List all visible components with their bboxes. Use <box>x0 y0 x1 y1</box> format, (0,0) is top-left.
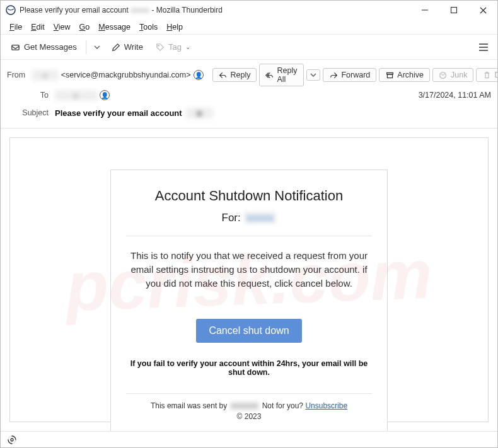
unsubscribe-link[interactable]: Unsubscribe <box>305 401 347 410</box>
notification-card: Account Shutdown Notification For: xxxxx… <box>110 169 388 431</box>
svg-point-13 <box>11 439 13 441</box>
minimize-button[interactable] <box>410 1 439 20</box>
reply-all-icon <box>265 71 274 79</box>
contact-info-icon[interactable]: 👤 <box>100 90 110 100</box>
reply-button[interactable]: Reply <box>212 68 257 82</box>
menu-view[interactable]: View <box>50 21 74 33</box>
reply-all-dropdown[interactable] <box>306 69 320 81</box>
junk-icon <box>439 71 448 79</box>
menu-tools[interactable]: Tools <box>136 21 161 33</box>
from-name-redacted: x <box>32 70 59 81</box>
message-body-pane: pcrisk.com Account Shutdown Notification… <box>1 129 497 431</box>
pencil-icon <box>112 43 120 52</box>
divider <box>126 393 372 394</box>
from-address[interactable]: <service@mackgrubbshyundai.com> <box>61 71 191 79</box>
card-body-text: This is to notify you that we received a… <box>126 249 372 290</box>
message-header: From x <service@mackgrubbshyundai.com> 👤… <box>1 60 497 129</box>
menu-message[interactable]: Message <box>95 21 134 33</box>
cancel-shutdown-button[interactable]: Cancel shut down <box>196 319 301 343</box>
contact-info-icon[interactable]: 👤 <box>194 70 204 80</box>
menu-file[interactable]: File <box>6 21 26 33</box>
window-title-redacted: xxxxx <box>129 6 152 14</box>
window-title-suffix: - Mozilla Thunderbird <box>151 6 223 14</box>
menu-help[interactable]: Help <box>163 21 187 33</box>
close-button[interactable] <box>468 1 497 20</box>
from-label: From <box>7 71 28 79</box>
to-label: To <box>7 91 51 100</box>
card-warning-text: If you fail to verify your account withi… <box>126 359 372 377</box>
message-date: 3/17/2024, 11:01 AM <box>419 91 491 100</box>
subject-redacted: x <box>186 108 213 118</box>
card-for-line: For: xxxxx <box>126 212 372 224</box>
window-title-prefix: Please verify your email account <box>20 6 129 14</box>
sent-by-redacted: xxxxxxx <box>229 401 260 410</box>
maximize-button[interactable] <box>439 1 468 20</box>
sent-by-prefix: This email was sent by <box>151 401 227 410</box>
junk-label: Junk <box>451 71 467 79</box>
svg-point-14 <box>8 436 16 444</box>
toolbar: Get Messages Write Tag ⌄ <box>1 35 497 60</box>
delete-label: Delete <box>494 71 498 79</box>
write-label: Write <box>124 42 143 52</box>
svg-rect-11 <box>387 74 392 78</box>
archive-button[interactable]: Archive <box>379 68 430 82</box>
status-sync-icon[interactable] <box>7 435 17 445</box>
card-footer: This email was sent by xxxxxxx Not for y… <box>126 401 372 410</box>
archive-label: Archive <box>397 71 424 79</box>
menubar: File Edit View Go Message Tools Help <box>1 20 497 35</box>
statusbar <box>1 431 497 447</box>
reply-label: Reply <box>231 71 251 79</box>
reply-all-label: Reply All <box>277 66 298 84</box>
tag-label: Tag <box>168 42 182 52</box>
get-messages-label: Get Messages <box>24 42 77 52</box>
reply-all-button[interactable]: Reply All <box>259 64 304 86</box>
card-copyright: © 2023 <box>126 412 372 421</box>
window-titlebar: Please verify your email account xxxxx -… <box>1 1 497 20</box>
get-messages-dropdown[interactable] <box>90 44 104 50</box>
menu-go[interactable]: Go <box>76 21 94 33</box>
svg-rect-2 <box>451 8 457 13</box>
svg-point-6 <box>158 45 159 46</box>
card-heading: Account Shutdown Notification <box>126 188 372 204</box>
divider <box>126 236 372 236</box>
not-for-you-text: Not for you? <box>262 401 303 410</box>
forward-icon <box>329 71 338 79</box>
subject-text: Please verify your email account <box>55 108 182 118</box>
to-address-redacted: x <box>55 90 97 101</box>
tag-icon <box>156 43 165 52</box>
reply-icon <box>219 71 228 79</box>
separator <box>86 40 86 54</box>
junk-button[interactable]: Junk <box>432 68 473 82</box>
download-icon <box>11 42 20 52</box>
subject-label: Subject <box>7 108 51 117</box>
for-label: For: <box>222 212 241 224</box>
write-button[interactable]: Write <box>107 40 148 54</box>
hamburger-menu-button[interactable] <box>475 38 492 56</box>
forward-label: Forward <box>341 71 370 79</box>
archive-icon <box>385 71 394 79</box>
chevron-down-icon: ⌄ <box>185 43 190 50</box>
menu-edit[interactable]: Edit <box>27 21 49 33</box>
for-value-redacted: xxxxx <box>244 212 277 224</box>
delete-button[interactable]: Delete <box>476 68 498 82</box>
app-icon <box>6 5 16 15</box>
forward-button[interactable]: Forward <box>323 68 376 82</box>
trash-icon <box>482 71 491 79</box>
tag-button[interactable]: Tag ⌄ <box>151 40 195 54</box>
get-messages-button[interactable]: Get Messages <box>6 40 82 54</box>
email-content-frame: pcrisk.com Account Shutdown Notification… <box>9 137 489 422</box>
